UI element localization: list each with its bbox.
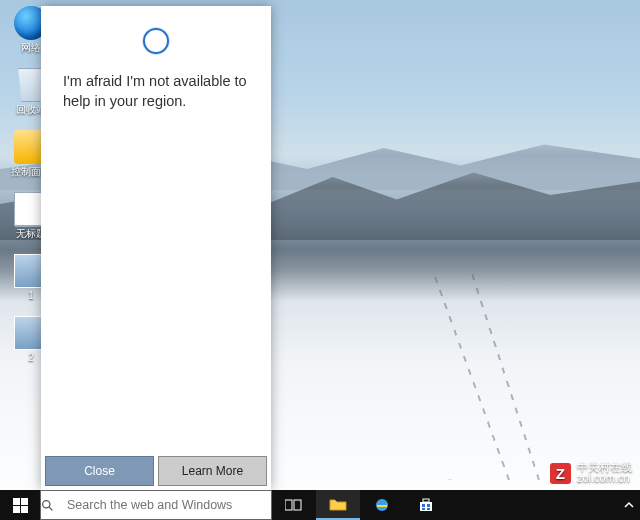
search-icon (41, 499, 67, 512)
svg-rect-3 (294, 500, 301, 510)
spacer (41, 111, 271, 452)
desktop[interactable]: 网络 回收站 控制面板 无标题 1 2 I'm afraid I'm not a… (0, 0, 640, 520)
store-icon (418, 497, 434, 513)
svg-rect-7 (422, 504, 425, 507)
svg-rect-6 (423, 499, 429, 502)
tray-overflow-button[interactable] (624, 500, 634, 510)
system-tray (618, 490, 640, 520)
wallpaper-snow-tracks (320, 260, 580, 480)
close-button[interactable]: Close (45, 456, 154, 486)
search-input[interactable] (67, 491, 271, 519)
taskbar-app-ie[interactable] (360, 490, 404, 520)
task-view-button[interactable] (272, 490, 316, 520)
cortana-panel: I'm afraid I'm not available to help in … (41, 6, 271, 490)
watermark: Z 中关村在线 zol.com.cn (550, 462, 632, 484)
chevron-up-icon (624, 500, 634, 510)
svg-rect-5 (420, 502, 432, 511)
learn-more-button[interactable]: Learn More (158, 456, 267, 486)
svg-rect-8 (427, 504, 430, 507)
watermark-logo: Z (550, 463, 571, 484)
start-button[interactable] (0, 490, 40, 520)
svg-point-0 (43, 500, 50, 507)
cortana-button-row: Close Learn More (41, 452, 271, 490)
cortana-message: I'm afraid I'm not available to help in … (41, 72, 271, 111)
svg-line-1 (49, 507, 52, 510)
taskbar-app-store[interactable] (404, 490, 448, 520)
windows-logo-icon (13, 498, 28, 513)
task-view-icon (285, 498, 303, 512)
taskbar-app-explorer[interactable] (316, 490, 360, 520)
svg-rect-2 (285, 500, 292, 510)
svg-rect-10 (427, 508, 430, 510)
taskbar-search[interactable] (40, 490, 272, 520)
watermark-text: 中关村在线 zol.com.cn (577, 462, 632, 484)
taskbar (0, 490, 640, 520)
cortana-ring-icon (143, 28, 169, 54)
folder-icon (329, 497, 347, 511)
svg-rect-9 (422, 508, 425, 510)
ie-icon (374, 497, 390, 513)
